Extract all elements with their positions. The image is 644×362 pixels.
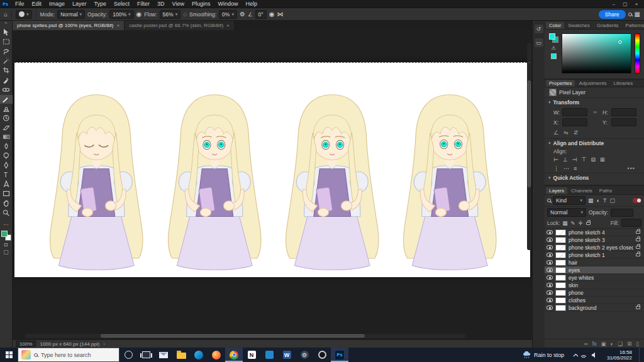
- gradient-tool[interactable]: [3, 135, 9, 139]
- layer-thumbnail[interactable]: [555, 244, 566, 251]
- tab-channels[interactable]: Channels: [568, 187, 596, 194]
- align-top-icon[interactable]: ⊤: [582, 156, 587, 163]
- taskbar-app-obs[interactable]: [313, 348, 331, 362]
- status-chevron-icon[interactable]: ›: [103, 341, 105, 347]
- tab-swatches[interactable]: Swatches: [565, 22, 593, 29]
- distribute-v-icon[interactable]: ⋮: [553, 165, 559, 172]
- eraser-tool[interactable]: [3, 126, 9, 130]
- layer-visibility-icon[interactable]: [547, 275, 553, 280]
- tab-layers[interactable]: Layers: [546, 187, 567, 194]
- zoom-level-field[interactable]: 100%: [16, 341, 36, 347]
- document-tab-phone-sprites[interactable]: phone sprites.psd @ 100% (eyes, RGB/8#) …: [13, 21, 124, 30]
- layer-thumbnail[interactable]: [555, 282, 566, 288]
- layer-group-icon[interactable]: ❑: [618, 341, 623, 347]
- layer-row[interactable]: phone sketch 4: [545, 229, 644, 236]
- layer-row[interactable]: eye whites: [545, 274, 644, 282]
- link-layers-icon[interactable]: ∞: [584, 341, 588, 347]
- filter-type-icon[interactable]: T: [602, 197, 608, 204]
- healing-brush-tool[interactable]: [3, 89, 9, 92]
- taskbar-search-box[interactable]: Type here to search: [18, 348, 119, 362]
- clone-stamp-tool[interactable]: [3, 107, 9, 112]
- document-canvas[interactable]: [14, 62, 530, 277]
- distribute-h-icon[interactable]: ⋯: [564, 165, 569, 172]
- brush-preset-picker[interactable]: ▾: [16, 10, 32, 19]
- taskbar-app-word[interactable]: W: [278, 348, 296, 362]
- marquee-tool[interactable]: [3, 40, 9, 44]
- menu-image[interactable]: Image: [45, 0, 69, 8]
- layer-row[interactable]: phone sketch 1: [545, 251, 644, 259]
- path-selection-tool[interactable]: [4, 181, 8, 187]
- move-tool[interactable]: [4, 29, 8, 36]
- distribute-even-icon[interactable]: ≡: [574, 165, 577, 172]
- layer-row[interactable]: skin: [545, 282, 644, 289]
- panel-color-swatches[interactable]: [549, 33, 558, 43]
- delete-layer-icon[interactable]: ▯: [636, 341, 639, 347]
- filter-kind-dropdown[interactable]: Kind▾: [553, 196, 586, 205]
- filter-shape-icon[interactable]: ▢: [609, 197, 616, 204]
- layer-thumbnail[interactable]: [555, 252, 566, 258]
- pen-tool[interactable]: [4, 162, 8, 168]
- menu-view[interactable]: View: [169, 0, 188, 8]
- rectangle-tool[interactable]: [3, 192, 9, 196]
- rotate-angle-icon[interactable]: ∠: [553, 129, 558, 136]
- menu-file[interactable]: File: [11, 0, 28, 8]
- layer-opacity-field[interactable]: [611, 209, 633, 217]
- layer-row[interactable]: hair: [545, 259, 644, 266]
- crop-tool[interactable]: [3, 67, 9, 74]
- eyedropper-tool[interactable]: [3, 79, 8, 84]
- filter-pixel-icon[interactable]: ▦: [587, 197, 594, 204]
- layer-thumbnail[interactable]: [555, 229, 566, 236]
- align-center-h-icon[interactable]: ⊥: [563, 156, 568, 163]
- close-tab-icon[interactable]: ×: [226, 23, 230, 28]
- tab-adjustments[interactable]: Adjustments: [575, 80, 609, 87]
- blend-mode-dropdown[interactable]: Normal▾: [57, 10, 85, 19]
- tab-paths[interactable]: Paths: [596, 187, 615, 194]
- align-right-icon[interactable]: ⊣: [572, 156, 577, 163]
- layer-visibility-icon[interactable]: [547, 245, 553, 250]
- flip-vertical-icon[interactable]: ⇵: [574, 129, 579, 136]
- taskbar-app-settings[interactable]: ⚙: [296, 348, 313, 362]
- color-marker[interactable]: [618, 40, 622, 44]
- tab-color[interactable]: Color: [546, 22, 564, 29]
- new-layer-icon[interactable]: ⊞: [627, 341, 631, 347]
- layer-visibility-icon[interactable]: [547, 253, 553, 257]
- align-more-button[interactable]: •••: [628, 165, 635, 172]
- layer-visibility-icon[interactable]: [547, 230, 553, 234]
- foreground-color-swatch[interactable]: [1, 231, 8, 237]
- layer-row[interactable]: phone sketch 2 eyes closed: [545, 244, 644, 251]
- layer-thumbnail[interactable]: [555, 275, 566, 281]
- taskbar-app-edge[interactable]: [190, 348, 208, 362]
- share-button[interactable]: Share: [599, 10, 626, 19]
- symmetry-icon[interactable]: ⋈: [277, 9, 283, 20]
- layer-blend-mode-dropdown[interactable]: Normal▾: [547, 208, 586, 217]
- object-selection-tool[interactable]: [4, 58, 9, 64]
- quick-mask-icon[interactable]: ◘: [4, 241, 8, 248]
- layer-effects-icon[interactable]: fx: [592, 341, 597, 347]
- lock-position-icon[interactable]: ✛: [578, 220, 582, 226]
- taskbar-app-vscode[interactable]: [260, 348, 278, 362]
- adjustment-layer-icon[interactable]: ◐: [610, 341, 613, 347]
- opacity-dropdown[interactable]: 100%▾: [109, 10, 133, 19]
- layer-fill-field[interactable]: [621, 219, 641, 227]
- system-tray[interactable]: [571, 351, 600, 359]
- flip-horizontal-icon[interactable]: ⇋: [564, 129, 569, 136]
- menu-plugins[interactable]: Plugins: [188, 0, 214, 8]
- hue-slider[interactable]: [635, 33, 640, 74]
- layer-row[interactable]: phone: [545, 289, 644, 297]
- tab-libraries[interactable]: Libraries: [611, 80, 636, 87]
- x-field[interactable]: [562, 118, 587, 126]
- align-section-header[interactable]: ▾ Align and Distribute: [545, 138, 644, 148]
- pressure-opacity-icon[interactable]: ◉: [136, 9, 142, 20]
- tab-properties[interactable]: Properties: [546, 80, 575, 87]
- document-tab-castle-poster[interactable]: castle poster.psd @ 66.7% (skin, RGB/8#)…: [124, 21, 234, 30]
- taskbar-app-chrome[interactable]: [225, 348, 243, 362]
- layer-thumbnail[interactable]: [555, 305, 566, 311]
- toolbar-more-icon[interactable]: ⋯: [3, 221, 9, 228]
- layer-row[interactable]: phone sketch 3: [545, 236, 644, 244]
- layer-row[interactable]: eyes: [545, 266, 644, 274]
- menu-filter[interactable]: Filter: [133, 0, 153, 8]
- minimize-button[interactable]: –: [608, 0, 619, 8]
- show-desktop-button[interactable]: [639, 348, 641, 362]
- menu-help[interactable]: Help: [242, 0, 262, 8]
- smoothing-gear-icon[interactable]: ⚙: [240, 9, 245, 20]
